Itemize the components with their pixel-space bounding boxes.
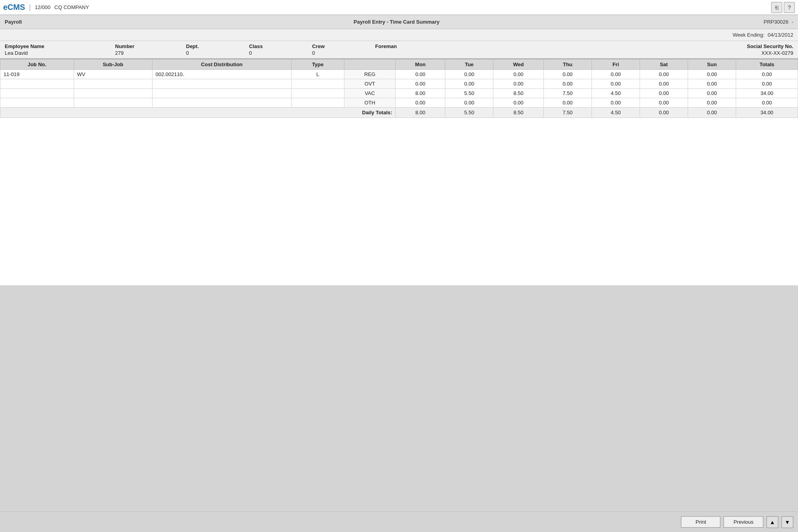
cell-cost-dist: 002.002110. bbox=[152, 70, 291, 79]
cell-type-code bbox=[291, 89, 344, 98]
cell-sub-job bbox=[74, 98, 152, 108]
cell-sub-job: WV bbox=[74, 70, 152, 79]
col-type: Type bbox=[291, 60, 344, 70]
class-label: Class bbox=[249, 43, 312, 49]
app-logo: eCMS bbox=[3, 3, 25, 12]
empty-area bbox=[0, 285, 798, 512]
cell-tue: 0.00 bbox=[445, 79, 493, 89]
cell-tue: 0.00 bbox=[445, 70, 493, 79]
daily-totals-label: Daily Totals: bbox=[0, 108, 396, 118]
ssn-label: Social Security No. bbox=[462, 43, 793, 49]
dept-label: Dept. bbox=[186, 43, 249, 49]
totals-tue: 5.50 bbox=[445, 108, 493, 118]
cell-total: 34.00 bbox=[736, 89, 798, 98]
week-ending-label: Week Ending: bbox=[733, 32, 765, 38]
totals-sat: 0.00 bbox=[640, 108, 688, 118]
cell-wed: 0.00 bbox=[493, 70, 544, 79]
cell-job-no bbox=[0, 89, 74, 98]
report-code: PRP30026 bbox=[710, 19, 789, 25]
module-label: Payroll bbox=[5, 19, 84, 25]
table-header-row: Job No. Sub-Job Cost Distribution Type M… bbox=[0, 60, 798, 70]
cell-total: 0.00 bbox=[736, 70, 798, 79]
previous-button[interactable]: Previous bbox=[724, 516, 763, 528]
cell-mon: 0.00 bbox=[396, 98, 445, 108]
crew-value: 0 bbox=[312, 50, 375, 56]
col-tue: Tue bbox=[445, 60, 493, 70]
totals-wed: 8.50 bbox=[493, 108, 544, 118]
totals-thu: 7.50 bbox=[543, 108, 592, 118]
cell-job-no bbox=[0, 79, 74, 89]
employee-name-value: Lea David bbox=[5, 50, 115, 56]
cell-sat: 0.00 bbox=[640, 79, 688, 89]
table-row: OVT 0.00 0.00 0.00 0.00 0.00 0.00 0.00 0… bbox=[0, 79, 798, 89]
totals-total: 34.00 bbox=[736, 108, 798, 118]
cell-sat: 0.00 bbox=[640, 98, 688, 108]
cell-fri: 0.00 bbox=[592, 70, 640, 79]
table-row: OTH 0.00 0.00 0.00 0.00 0.00 0.00 0.00 0… bbox=[0, 98, 798, 108]
cell-sub-job bbox=[74, 89, 152, 98]
cell-type-code bbox=[291, 79, 344, 89]
cell-job-no: 11-019 bbox=[0, 70, 74, 79]
company-name: CQ COMPANY bbox=[54, 4, 89, 10]
cell-fri: 4.50 bbox=[592, 89, 640, 98]
col-totals: Totals bbox=[736, 60, 798, 70]
cell-type-label: VAC bbox=[344, 89, 395, 98]
totals-sun: 0.00 bbox=[688, 108, 736, 118]
print-button[interactable]: Print bbox=[681, 516, 720, 528]
cell-wed: 8.50 bbox=[493, 89, 544, 98]
crew-label: Crew bbox=[312, 43, 375, 49]
page-title: Payroll Entry - Time Card Summary bbox=[84, 19, 710, 25]
week-ending-row: Week Ending: 04/13/2012 bbox=[0, 29, 798, 41]
number-value: 279 bbox=[115, 50, 186, 56]
cell-thu: 0.00 bbox=[543, 79, 592, 89]
cell-cost-dist bbox=[152, 79, 291, 89]
cell-wed: 0.00 bbox=[493, 79, 544, 89]
cell-cost-dist bbox=[152, 89, 291, 98]
header-dash: - bbox=[792, 19, 793, 25]
cell-fri: 0.00 bbox=[592, 98, 640, 108]
table-container: Job No. Sub-Job Cost Distribution Type M… bbox=[0, 59, 798, 285]
scroll-down-btn[interactable]: ▼ bbox=[781, 516, 793, 528]
foreman-label: Foreman bbox=[375, 43, 462, 49]
cell-job-no bbox=[0, 98, 74, 108]
cell-sun: 0.00 bbox=[688, 79, 736, 89]
dept-value: 0 bbox=[186, 50, 249, 56]
cell-mon: 0.00 bbox=[396, 79, 445, 89]
col-cost-dist: Cost Distribution bbox=[152, 60, 291, 70]
employee-section: Employee Name Number Dept. Class Crew Fo… bbox=[0, 41, 798, 59]
footer: Print Previous ▲ ▼ bbox=[0, 512, 798, 532]
number-label: Number bbox=[115, 43, 186, 49]
col-job-no: Job No. bbox=[0, 60, 74, 70]
help-icon-btn[interactable]: ? bbox=[784, 2, 795, 13]
cell-type-code: L bbox=[291, 70, 344, 79]
top-bar-icons: ⎗ ? bbox=[771, 2, 795, 13]
col-sub-job: Sub-Job bbox=[74, 60, 152, 70]
cell-sat: 0.00 bbox=[640, 70, 688, 79]
col-thu: Thu bbox=[543, 60, 592, 70]
cell-sun: 0.00 bbox=[688, 98, 736, 108]
cell-fri: 0.00 bbox=[592, 79, 640, 89]
totals-mon: 8.00 bbox=[396, 108, 445, 118]
scroll-up-btn[interactable]: ▲ bbox=[766, 516, 778, 528]
header-bar: Payroll Payroll Entry - Time Card Summar… bbox=[0, 15, 798, 29]
cell-thu: 0.00 bbox=[543, 98, 592, 108]
week-ending-value: 04/13/2012 bbox=[768, 32, 793, 38]
totals-fri: 4.50 bbox=[592, 108, 640, 118]
cell-type-label: OVT bbox=[344, 79, 395, 89]
col-sun: Sun bbox=[688, 60, 736, 70]
table-row: 11-019 WV 002.002110. L REG 0.00 0.00 0.… bbox=[0, 70, 798, 79]
cell-sat: 0.00 bbox=[640, 89, 688, 98]
cell-sun: 0.00 bbox=[688, 70, 736, 79]
cell-type-code bbox=[291, 98, 344, 108]
col-fri: Fri bbox=[592, 60, 640, 70]
cell-total: 0.00 bbox=[736, 98, 798, 108]
company-code: 12/000 bbox=[35, 4, 50, 10]
employee-name-label: Employee Name bbox=[5, 43, 115, 49]
top-bar-left: eCMS | 12/000 CQ COMPANY bbox=[3, 3, 89, 12]
cell-type-label: OTH bbox=[344, 98, 395, 108]
cell-tue: 0.00 bbox=[445, 98, 493, 108]
top-bar-divider: | bbox=[29, 3, 31, 11]
window-icon-btn[interactable]: ⎗ bbox=[771, 2, 782, 13]
cell-cost-dist bbox=[152, 98, 291, 108]
cell-total: 0.00 bbox=[736, 79, 798, 89]
